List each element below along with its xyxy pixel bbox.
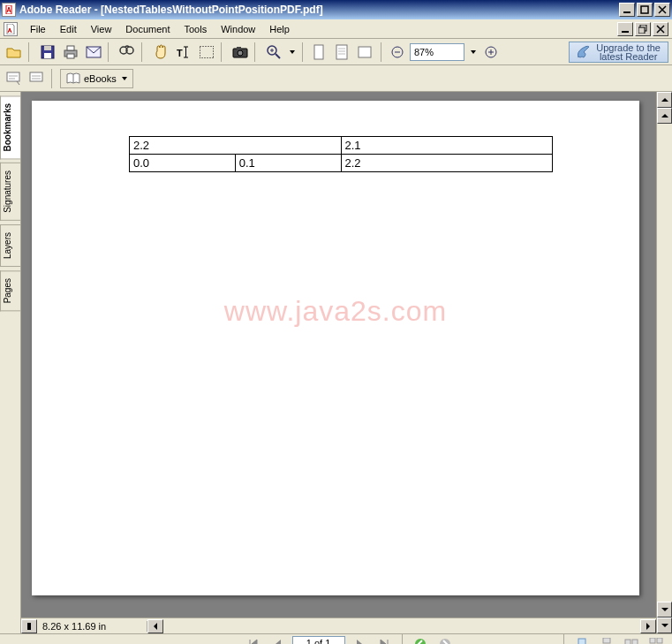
hbar-collapse-button[interactable] [21,619,37,633]
menu-help[interactable]: Help [262,22,297,36]
facing-button[interactable] [621,633,642,645]
vscroll-track[interactable] [657,124,672,602]
svg-rect-36 [657,638,662,643]
continuous-facing-button[interactable] [646,633,667,645]
svg-point-18 [238,50,243,56]
svg-text:T: T [177,48,183,58]
minimize-button[interactable] [619,3,635,17]
mdi-restore-button[interactable] [635,22,651,36]
app-icon [2,3,16,17]
svg-rect-34 [632,640,638,645]
menu-edit[interactable]: Edit [53,22,84,36]
zoom-menu-button[interactable] [286,42,297,63]
next-page-button[interactable] [349,633,370,645]
review-button[interactable] [26,68,48,89]
table-cell-r1c2: 2.1 [341,137,553,155]
workspace: Bookmarks Signatures Layers Pages 2.2 2.… [0,92,672,633]
single-page-button[interactable] [571,633,593,645]
first-page-button[interactable] [243,633,264,645]
fit-page-button[interactable] [331,42,352,63]
image-select-button[interactable] [196,42,217,63]
pdf-doc-icon [4,22,18,36]
table-cell-r2c2: 0.1 [235,155,341,172]
vscroll-down2-button[interactable] [657,602,672,617]
continuous-button[interactable] [596,633,617,645]
menu-bar: File Edit View Document Tools Window Hel… [0,19,672,39]
status-bar: 1 of 1 [0,633,672,644]
page-number: 1 of 1 [306,638,331,645]
page-dimensions: 8.26 x 11.69 in [37,621,147,632]
maximize-button[interactable] [637,3,653,17]
zoom-level-input[interactable]: 87% [410,43,464,61]
window-title: Adobe Reader - [NestedTablesWithoutPoint… [19,4,619,16]
svg-rect-35 [650,638,655,643]
menu-tools[interactable]: Tools [177,22,215,36]
save-button[interactable] [37,42,58,63]
fit-width-button[interactable] [354,42,375,63]
mdi-close-button[interactable] [653,22,668,36]
text-select-button[interactable]: T [173,42,194,63]
document-area[interactable]: 2.2 2.1 0.0 0.1 2.2 www.java2s.com 8.26 … [21,92,656,633]
svg-rect-7 [44,53,51,58]
svg-rect-31 [603,638,610,643]
menu-view[interactable]: View [84,22,119,36]
snapshot-button[interactable] [230,42,251,63]
hscroll-right-button[interactable] [640,619,656,633]
close-button[interactable] [654,3,670,17]
open-button[interactable] [4,42,25,63]
svg-rect-27 [30,72,42,81]
menu-file[interactable]: File [23,22,53,36]
last-page-button[interactable] [374,633,395,645]
svg-rect-4 [638,27,645,34]
watermark: www.java2s.com [224,295,447,328]
tab-signatures[interactable]: Signatures [0,163,20,221]
zoom-in-button[interactable] [263,42,284,63]
upgrade-icon [577,45,591,59]
svg-rect-30 [578,639,585,645]
svg-rect-1 [641,6,648,13]
main-toolbar: T 87% Upgrade to thelatest Reader [0,39,672,65]
document-table: 2.2 2.1 0.0 0.1 2.2 [129,136,553,172]
title-bar: Adobe Reader - [NestedTablesWithoutPoint… [0,0,672,19]
vertical-scrollbar [656,92,672,633]
tab-layers[interactable]: Layers [0,224,20,267]
svg-rect-22 [336,45,347,59]
zoom-out-button[interactable] [387,42,408,63]
svg-rect-23 [359,47,371,57]
email-button[interactable] [83,42,104,63]
upgrade-button[interactable]: Upgrade to thelatest Reader [569,42,668,63]
svg-rect-0 [623,11,630,13]
ebooks-icon [66,72,80,85]
ebooks-label: eBooks [84,73,117,84]
zoom-in-plus-button[interactable] [480,42,502,63]
tab-pages[interactable]: Pages [0,270,20,311]
svg-rect-33 [625,640,630,645]
search-button[interactable] [117,42,138,63]
zoom-dropdown-button[interactable] [466,42,479,63]
vscroll-down-button[interactable] [657,617,672,633]
svg-rect-6 [44,46,51,50]
actual-size-button[interactable] [308,42,329,63]
print-button[interactable] [60,42,81,63]
prev-page-button[interactable] [268,633,289,645]
zoom-value: 87% [414,47,434,57]
ebooks-button[interactable]: eBooks [60,69,133,88]
upgrade-text-2: latest Reader [596,52,661,61]
svg-rect-16 [200,46,214,58]
navigation-panel: Bookmarks Signatures Layers Pages [0,92,21,633]
vscroll-up-button[interactable] [657,92,672,108]
hscroll-left-button[interactable] [147,619,163,633]
menu-document[interactable]: Document [118,22,177,36]
tab-bookmarks[interactable]: Bookmarks [0,95,20,159]
nav-forward-button[interactable] [434,633,456,645]
menu-window[interactable]: Window [214,22,262,36]
svg-rect-10 [67,54,74,58]
mdi-minimize-button[interactable] [617,22,633,36]
page-number-input[interactable]: 1 of 1 [292,636,345,645]
horizontal-bar: 8.26 x 11.69 in [21,617,656,633]
nav-back-button[interactable] [410,633,431,645]
review-comment-button[interactable] [4,68,25,89]
vscroll-up2-button[interactable] [657,108,672,124]
table-cell-r2c1: 0.0 [130,155,236,172]
hand-tool-button[interactable] [150,42,171,63]
